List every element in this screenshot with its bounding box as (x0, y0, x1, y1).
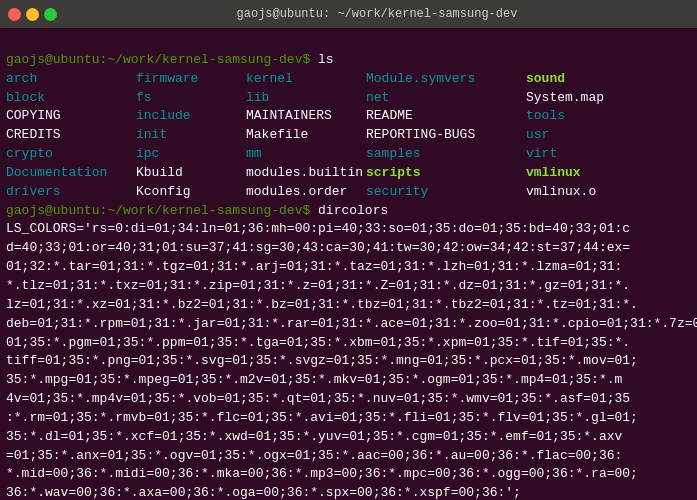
ls-row-7: driversKconfigmodules.ordersecurityvmlin… (6, 184, 596, 199)
dircolors-line-8: 35:*.mpg=01;35:*.mpeg=01;35:*.m2v=01;35:… (6, 372, 622, 387)
dircolors-line-9: 4v=01;35:*.mp4v=01;35:*.vob=01;35:*.qt=0… (6, 391, 630, 406)
window-buttons[interactable] (8, 8, 57, 21)
window-title: gaojs@ubuntu: ~/work/kernel-samsung-dev (65, 7, 689, 21)
dircolors-line-14: 36:*.wav=00;36:*.axa=00;36:*.oga=00;36:*… (6, 485, 521, 500)
ls-row-4: CREDITSinitMakefileREPORTING-BUGSusr (6, 127, 549, 142)
cmd-ls: ls (310, 52, 333, 67)
dircolors-line-7: tiff=01;35:*.png=01;35:*.svg=01;35:*.svg… (6, 353, 638, 368)
dircolors-line-1: LS_COLORS='rs=0:di=01;34:ln=01;36:mh=00:… (6, 221, 630, 255)
dircolors-line-5: deb=01;31:*.rpm=01;31:*.jar=01;31:*.rar=… (6, 316, 697, 331)
dircolors-line-11: 35:*.dl=01;35:*.xcf=01;35:*.xwd=01;35:*.… (6, 429, 622, 444)
maximize-button[interactable] (44, 8, 57, 21)
cmd-dircolors: dircolors (310, 203, 388, 218)
dircolors-line-6: 01;35:*.pgm=01;35:*.ppm=01;35:*.tga=01;3… (6, 335, 630, 350)
terminal[interactable]: gaojs@ubuntu:~/work/kernel-samsung-dev$ … (0, 28, 697, 500)
ls-row-6: DocumentationKbuildmodules.builtinscript… (6, 165, 581, 180)
minimize-button[interactable] (26, 8, 39, 21)
ls-row-2: blockfslibnetSystem.map (6, 90, 604, 105)
prompt-2: gaojs@ubuntu:~/work/kernel-samsung-dev$ (6, 203, 310, 218)
dircolors-line-2: 01;32:*.tar=01;31:*.tgz=01;31:*.arj=01;3… (6, 259, 622, 274)
dircolors-line-12: =01;35:*.anx=01;35:*.ogv=01;35:*.ogx=01;… (6, 448, 622, 463)
ls-row-5: cryptoipcmmsamplesvirt (6, 146, 557, 161)
ls-row-1: archfirmwarekernelModule.symverssound (6, 71, 565, 86)
title-bar: gaojs@ubuntu: ~/work/kernel-samsung-dev (0, 0, 697, 28)
dircolors-line-13: *.mid=00;36:*.midi=00;36:*.mka=00;36:*.m… (6, 466, 638, 481)
dircolors-line-10: :*.rm=01;35:*.rmvb=01;35:*.flc=01;35:*.a… (6, 410, 638, 425)
ls-row-3: COPYINGincludeMAINTAINERSREADMEtools (6, 108, 565, 123)
dircolors-line-3: *.tlz=01;31:*.txz=01;31:*.zip=01;31:*.z=… (6, 278, 630, 293)
close-button[interactable] (8, 8, 21, 21)
prompt-1: gaojs@ubuntu:~/work/kernel-samsung-dev$ (6, 52, 310, 67)
dircolors-line-4: lz=01;31:*.xz=01;31:*.bz2=01;31:*.bz=01;… (6, 297, 638, 312)
